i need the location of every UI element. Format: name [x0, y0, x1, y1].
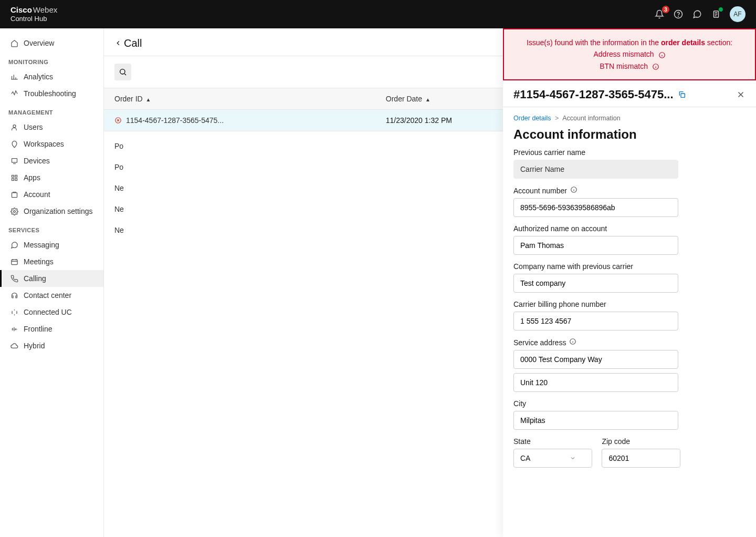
alert-text-bold: order details [661, 38, 705, 47]
select-state[interactable]: CA [513, 449, 592, 468]
sidebar-item-meetings[interactable]: Meetings [0, 253, 103, 270]
svg-rect-9 [12, 192, 17, 197]
svg-rect-5 [12, 175, 14, 177]
panel-body: Order details > Account information Acco… [503, 107, 756, 537]
label-zip: Zip code [602, 437, 680, 446]
page-title: Call [124, 37, 142, 49]
sidebar-section-monitoring: MONITORING [0, 51, 103, 68]
info-icon[interactable] [658, 51, 666, 59]
sidebar-item-troubleshooting[interactable]: Troubleshooting [0, 85, 103, 102]
frontline-icon [10, 325, 18, 333]
account-icon [10, 190, 18, 199]
sidebar-item-label: Troubleshooting [24, 89, 76, 98]
sidebar: Overview MONITORING Analytics Troublesho… [0, 28, 104, 537]
input-zip[interactable] [602, 449, 680, 468]
chat-icon[interactable] [692, 9, 702, 19]
help-icon[interactable] [673, 9, 684, 19]
error-icon [114, 117, 122, 124]
sidebar-item-org-settings[interactable]: Organization settings [0, 203, 103, 220]
sidebar-item-label: Apps [24, 173, 40, 182]
header-icons: 3 AF [654, 6, 746, 22]
brand-sub: Control Hub [10, 15, 57, 23]
brand-bold: Cisco [10, 5, 32, 14]
sidebar-item-analytics[interactable]: Analytics [0, 68, 103, 85]
cell-order-id: 1154-4567-1287-3565-5475... [126, 116, 224, 125]
sidebar-item-messaging[interactable]: Messaging [0, 236, 103, 253]
info-icon[interactable] [570, 186, 578, 195]
messaging-icon [10, 241, 18, 249]
sidebar-item-hybrid[interactable]: Hybrid [0, 337, 103, 354]
analytics-icon [10, 73, 18, 81]
label-prev-carrier: Previous carrier name [513, 148, 678, 157]
copy-icon[interactable] [678, 90, 686, 99]
sidebar-item-label: Account [24, 190, 50, 199]
sidebar-section-management: MANAGEMENT [0, 102, 103, 119]
bg-row: Po [114, 157, 519, 178]
breadcrumb: Order details > Account information [513, 115, 746, 122]
alert-text: Address mismatch [593, 50, 654, 58]
calling-icon [10, 274, 18, 283]
status-dot [718, 7, 723, 12]
input-account-number[interactable] [513, 198, 678, 217]
col-order-id[interactable]: Order ID ▲ [104, 88, 375, 110]
search-icon [119, 68, 127, 76]
label-company: Company name with previous carrier [513, 262, 678, 271]
troubleshooting-icon [10, 89, 18, 98]
sidebar-item-label: Meetings [24, 257, 54, 266]
home-icon [10, 39, 18, 47]
sidebar-item-devices[interactable]: Devices [0, 152, 103, 169]
connected-uc-icon [10, 308, 18, 316]
avatar[interactable]: AF [730, 6, 746, 22]
sidebar-item-calling[interactable]: Calling [0, 270, 103, 287]
tasks-icon[interactable] [711, 9, 721, 19]
alert-text: BTN mismatch [600, 62, 648, 70]
users-icon [10, 123, 18, 131]
sidebar-item-label: Overview [24, 39, 54, 47]
gear-icon [10, 207, 18, 215]
input-address-line1[interactable] [513, 350, 678, 369]
notifications-icon[interactable]: 3 [654, 9, 665, 19]
sidebar-item-workspaces[interactable]: Workspaces [0, 136, 103, 152]
sidebar-item-connected-uc[interactable]: Connected UC [0, 304, 103, 321]
input-city[interactable] [513, 411, 678, 430]
chevron-down-icon [570, 455, 576, 461]
input-auth-name[interactable] [513, 236, 678, 255]
label-billing-phone: Carrier billing phone number [513, 300, 678, 308]
info-icon[interactable] [569, 338, 576, 347]
bg-row: Ne [114, 178, 519, 199]
input-company[interactable] [513, 274, 678, 293]
svg-rect-4 [12, 158, 17, 162]
input-prev-carrier [513, 160, 678, 179]
label-state: State [513, 437, 592, 446]
sidebar-item-contact-center[interactable]: Contact center [0, 287, 103, 304]
devices-icon [10, 157, 18, 165]
sidebar-item-account[interactable]: Account [0, 186, 103, 203]
back-link[interactable]: Call [114, 37, 142, 49]
logo: CiscoWebex Control Hub [10, 6, 57, 23]
svg-rect-16 [681, 94, 685, 97]
svg-rect-8 [15, 178, 17, 180]
notification-badge: 3 [662, 6, 669, 13]
svg-rect-7 [12, 178, 14, 180]
sidebar-item-label: Users [24, 123, 43, 131]
bg-rows: Po Po Ne Ne Ne [114, 136, 519, 241]
breadcrumb-link[interactable]: Order details [513, 115, 551, 122]
apps-icon [10, 173, 18, 182]
sidebar-item-label: Workspaces [24, 140, 64, 148]
sidebar-item-frontline[interactable]: Frontline [0, 321, 103, 337]
sidebar-item-overview[interactable]: Overview [0, 35, 103, 51]
label-city: City [513, 399, 678, 408]
info-icon[interactable] [652, 63, 659, 70]
search-button[interactable] [114, 64, 131, 80]
sidebar-item-label: Calling [24, 274, 46, 283]
panel-title: #1154-4567-1287-3565-5475... [513, 88, 674, 101]
sidebar-item-users[interactable]: Users [0, 119, 103, 136]
sidebar-item-label: Connected UC [24, 308, 72, 316]
sidebar-item-apps[interactable]: Apps [0, 169, 103, 186]
input-billing-phone[interactable] [513, 312, 678, 331]
close-icon[interactable] [736, 90, 746, 99]
sidebar-item-label: Messaging [24, 241, 59, 249]
panel-heading: Account information [513, 127, 746, 142]
main: Call Numbers Lo Order ID ▲ Order Date ▲ … [104, 28, 756, 537]
input-address-line2[interactable] [513, 373, 678, 392]
